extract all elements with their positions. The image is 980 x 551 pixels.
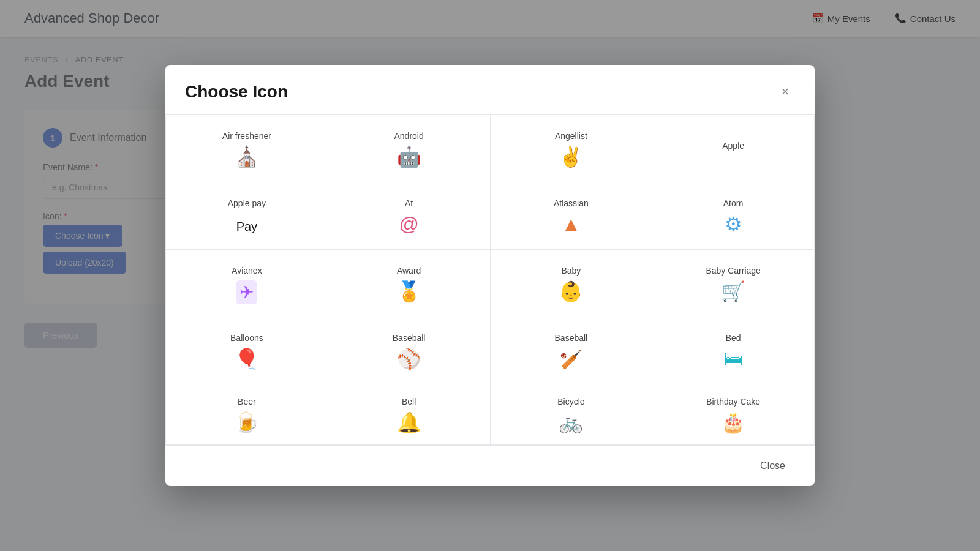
modal-title: Choose Icon bbox=[185, 82, 288, 102]
icon-cell-apple-pay-4[interactable]: Apple pay Pay bbox=[166, 182, 328, 250]
icon-label: At bbox=[405, 198, 413, 208]
icon-label: Baby Carriage bbox=[706, 266, 761, 276]
icon-label: Atlassian bbox=[554, 198, 589, 208]
icon-label: Atom bbox=[723, 198, 744, 208]
icon-symbol: 🤖 bbox=[397, 147, 421, 167]
icon-cell-baseball-14[interactable]: Baseball 🏏 bbox=[491, 317, 653, 384]
icon-symbol: ✌️ bbox=[559, 147, 583, 167]
modal-body[interactable]: Air freshener ⛪ Android 🤖 Angellist ✌️ A… bbox=[165, 114, 815, 445]
icon-cell-birthday-cake-19[interactable]: Birthday Cake 🎂 bbox=[652, 384, 815, 445]
icon-cell-avianex-8[interactable]: Avianex ✈ bbox=[166, 250, 328, 317]
icon-cell-angellist-2[interactable]: Angellist ✌️ bbox=[491, 115, 653, 182]
choose-icon-modal: Choose Icon × Air freshener ⛪ Android 🤖 … bbox=[165, 65, 815, 486]
icon-label: Beer bbox=[238, 397, 256, 407]
icon-symbol: ⚙ bbox=[725, 214, 742, 234]
icon-cell-baseball-13[interactable]: Baseball ⚾ bbox=[328, 317, 491, 384]
icon-symbol: 🎈 bbox=[235, 349, 259, 369]
icon-cell-balloons-12[interactable]: Balloons 🎈 bbox=[166, 317, 328, 384]
icon-label: Android bbox=[394, 131, 423, 141]
icon-symbol: 👶 bbox=[559, 282, 583, 301]
modal-overlay[interactable]: Choose Icon × Air freshener ⛪ Android 🤖 … bbox=[0, 0, 980, 551]
icon-label: Award bbox=[397, 266, 421, 276]
icon-symbol: 🎂 bbox=[721, 413, 745, 432]
icon-label: Bicycle bbox=[557, 397, 584, 407]
icon-cell-baby-10[interactable]: Baby 👶 bbox=[491, 250, 653, 317]
icon-cell-bicycle-18[interactable]: Bicycle 🚲 bbox=[491, 384, 653, 445]
icon-symbol: 🏏 bbox=[560, 349, 582, 369]
icon-symbol: 🏅 bbox=[397, 282, 421, 301]
icon-label: Apple pay bbox=[228, 198, 266, 208]
icon-cell-bell-17[interactable]: Bell 🔔 bbox=[328, 384, 491, 445]
modal-footer: Close bbox=[165, 445, 815, 486]
icon-symbol: ✈ bbox=[236, 282, 257, 301]
icon-symbol: Pay bbox=[236, 214, 257, 234]
icon-symbol: 🍺 bbox=[235, 413, 259, 432]
icon-label: Avianex bbox=[232, 266, 262, 276]
icon-symbol: 🔔 bbox=[397, 413, 421, 432]
icon-symbol: ⚾ bbox=[397, 349, 421, 369]
icon-label: Balloons bbox=[230, 333, 263, 343]
icon-symbol: 🛒 bbox=[721, 282, 745, 301]
icon-symbol: @ bbox=[399, 214, 418, 234]
icon-cell-bed-15[interactable]: Bed 🛏 bbox=[652, 317, 815, 384]
icon-symbol: ▲ bbox=[562, 214, 581, 234]
modal-close-button[interactable]: Close bbox=[750, 455, 795, 476]
modal-close-x-button[interactable]: × bbox=[775, 82, 795, 102]
icon-cell-baby-carriage-11[interactable]: Baby Carriage 🛒 bbox=[652, 250, 815, 317]
icon-label: Baseball bbox=[393, 333, 426, 343]
icon-label: Baby bbox=[561, 266, 581, 276]
icon-cell-at-5[interactable]: At @ bbox=[328, 182, 491, 250]
icon-cell-android-1[interactable]: Android 🤖 bbox=[328, 115, 491, 182]
icon-cell-beer-16[interactable]: Beer 🍺 bbox=[166, 384, 328, 445]
icon-label: Bed bbox=[726, 333, 741, 343]
icon-grid: Air freshener ⛪ Android 🤖 Angellist ✌️ A… bbox=[165, 114, 815, 445]
icon-cell-air-freshener-0[interactable]: Air freshener ⛪ bbox=[166, 115, 328, 182]
icon-label: Baseball bbox=[555, 333, 588, 343]
icon-cell-atlassian-6[interactable]: Atlassian ▲ bbox=[491, 182, 653, 250]
icon-label: Air freshener bbox=[222, 131, 271, 141]
icon-symbol: 🛏 bbox=[723, 349, 743, 369]
icon-label: Bell bbox=[402, 397, 416, 407]
icon-label: Apple bbox=[722, 141, 744, 151]
icon-label: Angellist bbox=[555, 131, 587, 141]
icon-symbol: ⛪ bbox=[235, 147, 259, 167]
icon-label: Birthday Cake bbox=[706, 397, 760, 407]
icon-symbol: 🚲 bbox=[559, 413, 583, 432]
modal-header: Choose Icon × bbox=[165, 65, 815, 114]
icon-cell-atom-7[interactable]: Atom ⚙ bbox=[652, 182, 815, 250]
icon-cell-award-9[interactable]: Award 🏅 bbox=[328, 250, 491, 317]
icon-cell-apple-3[interactable]: Apple bbox=[652, 115, 815, 182]
